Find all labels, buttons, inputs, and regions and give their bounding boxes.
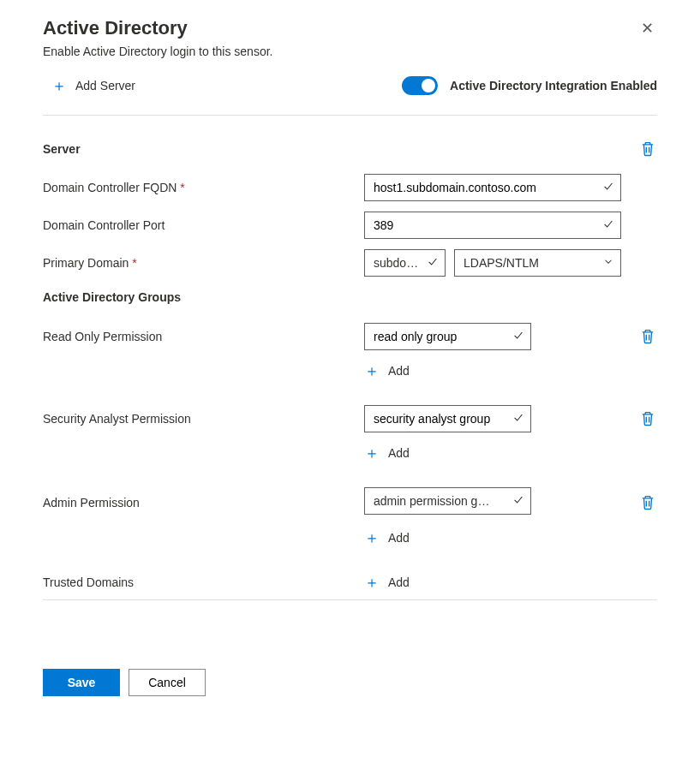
trash-icon <box>640 495 655 510</box>
page-subtitle: Enable Active Directory login to this se… <box>43 45 657 58</box>
auth-select[interactable]: LDAPS/NTLM <box>454 249 621 277</box>
primary-domain-input[interactable]: subdo… <box>364 249 446 277</box>
plus-icon: ＋ <box>364 443 380 463</box>
add-server-button[interactable]: ＋ Add Server <box>43 75 135 96</box>
page-title: Active Directory <box>43 17 188 39</box>
save-button[interactable]: Save <box>43 669 120 696</box>
add-trusted-domain-button[interactable]: ＋ Add <box>364 572 410 593</box>
add-server-label: Add Server <box>75 79 135 92</box>
trash-icon <box>640 141 655 157</box>
read-only-group-input[interactable] <box>364 323 531 350</box>
admin-group-input[interactable]: admin permission g… <box>364 487 531 515</box>
security-analyst-label: Security Analyst Permission <box>43 412 364 426</box>
trusted-domains-label: Trusted Domains <box>43 575 364 589</box>
divider <box>43 599 657 600</box>
trash-icon <box>640 329 655 344</box>
integration-toggle[interactable] <box>402 76 438 95</box>
port-input[interactable] <box>364 212 621 239</box>
plus-icon: ＋ <box>364 361 380 381</box>
delete-server-button[interactable] <box>638 140 657 158</box>
primary-domain-label: Primary Domain * <box>43 256 364 270</box>
trash-icon <box>640 411 655 426</box>
divider <box>43 115 657 116</box>
add-admin-group-button[interactable]: ＋ Add <box>364 528 657 548</box>
integration-toggle-label: Active Directory Integration Enabled <box>450 79 657 92</box>
delete-read-only-group-button[interactable] <box>638 327 657 346</box>
plus-icon: ＋ <box>364 528 380 548</box>
fqdn-label: Domain Controller FQDN * <box>43 181 364 194</box>
fqdn-input[interactable] <box>364 174 621 201</box>
read-only-label: Read Only Permission <box>43 330 364 343</box>
close-button[interactable]: ✕ <box>637 17 657 39</box>
plus-icon: ＋ <box>51 75 67 96</box>
security-analyst-group-input[interactable] <box>364 405 531 432</box>
add-read-only-group-button[interactable]: ＋ Add <box>364 361 657 381</box>
add-security-analyst-group-button[interactable]: ＋ Add <box>364 443 657 463</box>
port-label: Domain Controller Port <box>43 218 364 232</box>
groups-heading: Active Directory Groups <box>43 290 657 304</box>
delete-security-analyst-group-button[interactable] <box>638 409 657 428</box>
delete-admin-group-button[interactable] <box>638 493 657 512</box>
add-label: Add <box>388 531 410 545</box>
close-icon: ✕ <box>641 20 654 37</box>
add-label: Add <box>388 446 410 460</box>
add-label: Add <box>388 364 410 378</box>
plus-icon: ＋ <box>364 572 380 593</box>
cancel-button[interactable]: Cancel <box>129 669 206 696</box>
admin-label: Admin Permission <box>43 496 364 510</box>
server-section-label: Server <box>43 142 81 156</box>
add-label: Add <box>388 575 410 589</box>
